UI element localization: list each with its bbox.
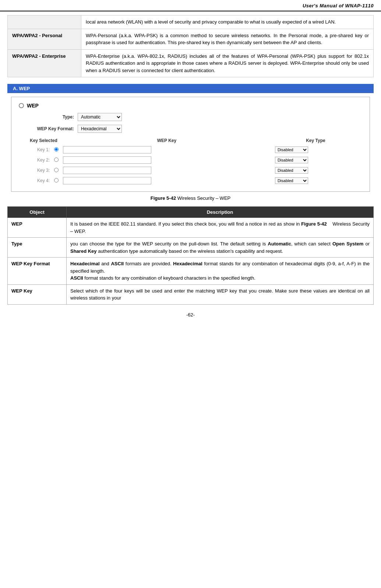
desc-type: you can choose the type for the WEP secu… bbox=[67, 238, 374, 258]
key-table-header: Key Selected WEP Key Key Type bbox=[22, 137, 359, 145]
key-row-3: Key 3: Disabled 64 Bits 128 Bits bbox=[22, 165, 359, 176]
key-table: Key Selected WEP Key Key Type Key 1: bbox=[22, 137, 359, 186]
key4-type-select[interactable]: Disabled 64 Bits 128 Bits 152 Bits bbox=[275, 177, 308, 184]
desc-row-format: WEP Key Format Hexadecimal and ASCII for… bbox=[8, 258, 374, 285]
row-label: WPA/WPA2 - Enterprise bbox=[8, 49, 81, 77]
row-desc: WPA-Personal (a.k.a. WPA-PSK) is a commo… bbox=[81, 29, 374, 49]
key4-input-cell bbox=[61, 176, 273, 186]
key4-input[interactable] bbox=[63, 177, 151, 184]
key2-label: Key 2: bbox=[22, 155, 52, 165]
key3-input[interactable] bbox=[63, 167, 151, 174]
col-wep-key: WEP Key bbox=[61, 137, 273, 145]
page-footer: -62- bbox=[0, 312, 381, 321]
key2-type-cell: Disabled 64 Bits 128 Bits 152 Bits bbox=[273, 155, 359, 165]
type-row: Type: Automatic Open System Shared Key bbox=[22, 113, 359, 121]
figure-label: Figure 5-42 bbox=[151, 195, 176, 201]
desc-row-type: Type you can choose the type for the WEP… bbox=[8, 238, 374, 258]
col-key-selected: Key Selected bbox=[22, 137, 61, 145]
type-label: Type: bbox=[22, 114, 74, 120]
table-row: local area network (WLAN) with a level o… bbox=[8, 15, 374, 29]
col-key-type: Key Type bbox=[273, 137, 359, 145]
key3-type-cell: Disabled 64 Bits 128 Bits 152 Bits bbox=[273, 165, 359, 176]
key3-input-cell bbox=[61, 165, 273, 176]
desc-wep: It is based on the IEEE 802.11 standard.… bbox=[67, 218, 374, 238]
obj-format: WEP Key Format bbox=[8, 258, 67, 285]
table-row: WPA/WPA2 - Personal WPA-Personal (a.k.a.… bbox=[8, 29, 374, 49]
key4-type-cell: Disabled 64 Bits 128 Bits 152 Bits bbox=[273, 176, 359, 186]
desc-table-header: Object Description bbox=[8, 207, 374, 218]
key-row-1: Key 1: Disabled 64 Bits 128 Bits bbox=[22, 145, 359, 155]
desc-table: Object Description WEP It is based on th… bbox=[7, 206, 374, 305]
key1-type-cell: Disabled 64 Bits 128 Bits 152 Bits bbox=[273, 145, 359, 155]
key3-radio[interactable] bbox=[54, 168, 59, 172]
row-desc: local area network (WLAN) with a level o… bbox=[81, 15, 374, 29]
key4-radio[interactable] bbox=[54, 178, 59, 183]
main-content: local area network (WLAN) with a level o… bbox=[0, 15, 381, 305]
row-label bbox=[8, 15, 81, 29]
wep-form: Type: Automatic Open System Shared Key W… bbox=[19, 113, 362, 186]
wep-title: WEP bbox=[19, 103, 362, 109]
intro-table: local area network (WLAN) with a level o… bbox=[7, 15, 374, 77]
desc-format: Hexadecimal and ASCII formats are provid… bbox=[67, 258, 374, 285]
wep-box: WEP Type: Automatic Open System Shared K… bbox=[11, 97, 370, 192]
figure-text: Wireless Security – WEP bbox=[177, 195, 230, 201]
page-header: User's Manual of WNAP-1110 bbox=[0, 0, 381, 11]
page-number: -62- bbox=[186, 312, 195, 318]
key1-input[interactable] bbox=[63, 146, 151, 153]
key1-input-cell bbox=[61, 145, 273, 155]
key-row-2: Key 2: Disabled 64 Bits 128 Bits bbox=[22, 155, 359, 165]
obj-wep: WEP bbox=[8, 218, 67, 238]
key2-input-cell bbox=[61, 155, 273, 165]
format-row: WEP Key Format: Hexadecimal ASCII bbox=[22, 125, 359, 133]
format-label: WEP Key Format: bbox=[22, 126, 74, 131]
desc-row-wepkey: WEP Key Select which of the four keys wi… bbox=[8, 284, 374, 304]
section-header-wep: A. WEP bbox=[7, 84, 374, 93]
key3-label: Key 3: bbox=[22, 165, 52, 176]
desc-row-wep: WEP It is based on the IEEE 802.11 stand… bbox=[8, 218, 374, 238]
table-row: WPA/WPA2 - Enterprise WPA-Enterprise (a.… bbox=[8, 49, 374, 77]
section-header-label: A. WEP bbox=[13, 86, 30, 91]
header-title: User's Manual of WNAP-1110 bbox=[303, 3, 374, 8]
key1-radio-cell bbox=[52, 145, 61, 155]
type-select[interactable]: Automatic Open System Shared Key bbox=[78, 113, 122, 121]
wep-label: WEP bbox=[27, 103, 39, 109]
key1-label: Key 1: bbox=[22, 145, 52, 155]
col-description: Description bbox=[67, 207, 374, 218]
key2-radio[interactable] bbox=[54, 157, 59, 162]
figure-caption: Figure 5-42 Wireless Security – WEP bbox=[7, 195, 374, 201]
key3-type-select[interactable]: Disabled 64 Bits 128 Bits 152 Bits bbox=[275, 167, 308, 174]
key-row-4: Key 4: Disabled 64 Bits 128 Bits bbox=[22, 176, 359, 186]
key4-label: Key 4: bbox=[22, 176, 52, 186]
key2-input[interactable] bbox=[63, 156, 151, 164]
desc-wepkey: Select which of the four keys will be us… bbox=[67, 284, 374, 304]
obj-type: Type bbox=[8, 238, 67, 258]
key3-radio-cell bbox=[52, 165, 61, 176]
key4-radio-cell bbox=[52, 176, 61, 186]
row-label: WPA/WPA2 - Personal bbox=[8, 29, 81, 49]
obj-wepkey: WEP Key bbox=[8, 284, 67, 304]
key1-type-select[interactable]: Disabled 64 Bits 128 Bits 152 Bits bbox=[275, 146, 308, 153]
key1-radio[interactable] bbox=[54, 147, 59, 152]
key2-radio-cell bbox=[52, 155, 61, 165]
row-desc: WPA-Enterprise (a.k.a. WPA-802.1x, RADIU… bbox=[81, 49, 374, 77]
wep-radio[interactable] bbox=[19, 103, 24, 108]
format-select[interactable]: Hexadecimal ASCII bbox=[78, 125, 122, 133]
col-object: Object bbox=[8, 207, 67, 218]
key2-type-select[interactable]: Disabled 64 Bits 128 Bits 152 Bits bbox=[275, 157, 308, 163]
